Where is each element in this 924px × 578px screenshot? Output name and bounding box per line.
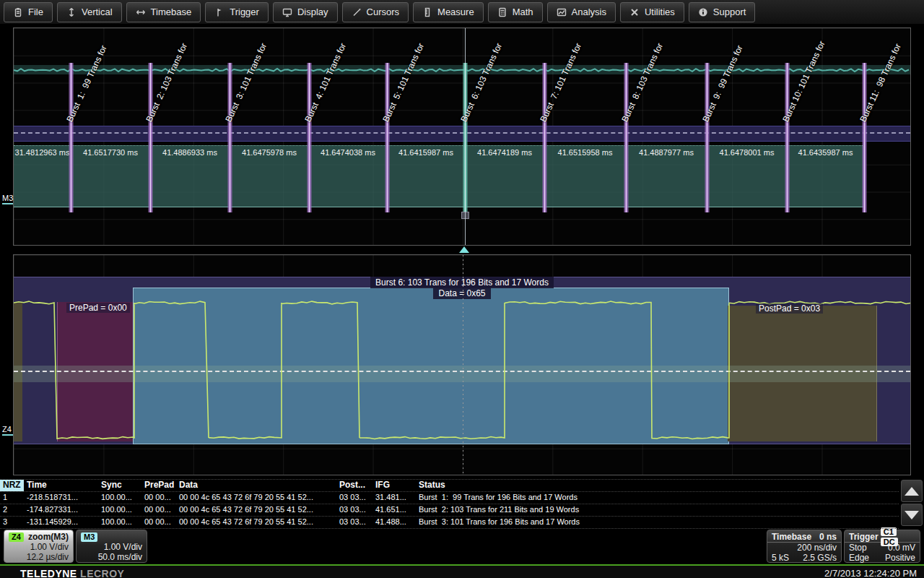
- prepad-label: PrePad = 0x00: [66, 303, 130, 313]
- table-row[interactable]: 2-174.827331...100.00...00 00...00 00 4c…: [0, 504, 899, 517]
- timebase-per-div: 200 ns/div: [797, 543, 837, 553]
- analysis-icon: [557, 7, 567, 17]
- timebase-offset: 0 ns: [819, 532, 837, 542]
- burst-title-label: Burst 6: 103 Trans for 196 Bits and 17 W…: [370, 277, 554, 288]
- burst-marker-2: [148, 63, 153, 212]
- z4-title: zoom(M3): [28, 532, 69, 542]
- trigger-level: 0.0 mV: [888, 543, 915, 553]
- down-arrow-icon: [905, 511, 919, 519]
- menu-display-button[interactable]: Display: [273, 2, 338, 22]
- brand-logo: TELEDYNE LECROY: [20, 568, 124, 578]
- z4-descriptor-box[interactable]: Z4 zoom(M3) 1.00 V/div 12.2 µs/div: [4, 530, 74, 563]
- burst-marker-5: [385, 63, 390, 212]
- menu-utilities-button[interactable]: Utilities: [620, 2, 684, 22]
- math-icon: [497, 7, 507, 17]
- z4-vdiv: 1.00 V/div: [30, 542, 69, 552]
- table-cell: 31.481...: [372, 492, 416, 504]
- menu-cursors-button[interactable]: Cursors: [342, 2, 409, 22]
- burst-marker-1: [69, 63, 74, 212]
- table-cell: 2: [0, 504, 24, 516]
- timebase-icon: [136, 7, 146, 17]
- table-cell: 00 00...: [141, 504, 176, 516]
- menu-bar: FileVerticalTimebaseTriggerDisplayCursor…: [0, 0, 924, 25]
- table-cell: -131.145929...: [24, 517, 98, 528]
- table-cell: 100.00...: [98, 492, 141, 504]
- menu-measure-button[interactable]: Measure: [413, 2, 484, 22]
- oscilloscope-screen: FileVerticalTimebaseTriggerDisplayCursor…: [0, 0, 924, 578]
- table-scroll-down-button[interactable]: [901, 504, 923, 526]
- menu-label: File: [28, 7, 43, 17]
- table-cell: 00 00...: [141, 492, 176, 504]
- menu-label: Support: [713, 7, 746, 17]
- column-header-post[interactable]: Post...: [336, 480, 372, 491]
- trigger-descriptor-box[interactable]: Trigger C1 DC Stop 0.0 mV Edge Positive: [844, 530, 920, 563]
- m3-trace-tag[interactable]: M3: [2, 194, 13, 204]
- column-header-nrz[interactable]: NRZ: [0, 480, 24, 491]
- timebase-title: Timebase: [772, 532, 811, 542]
- data-value-label: Data = 0x65: [433, 288, 490, 299]
- table-row[interactable]: 1-218.518731...100.00...00 00...00 00 4c…: [0, 492, 899, 504]
- burst-marker-8: [624, 63, 629, 212]
- z4-tdiv: 12.2 µs/div: [27, 552, 69, 562]
- column-header-prepad[interactable]: PrePad: [141, 480, 176, 491]
- table-header-row: NRZTimeSyncPrePadDataPost...IFGStatus: [0, 479, 899, 492]
- menu-label: Timebase: [151, 7, 192, 17]
- table-cell: 00 00...: [141, 517, 176, 528]
- datetime: 2/7/2013 12:24:20 PM: [824, 568, 917, 578]
- burst-marker-10: [785, 63, 790, 212]
- column-header-ifg[interactable]: IFG: [372, 480, 416, 491]
- menu-label: Utilities: [645, 7, 675, 17]
- cursors-icon: [352, 7, 362, 17]
- table-cell: 100.00...: [98, 517, 141, 528]
- menu-label: Analysis: [572, 7, 606, 17]
- column-header-sync[interactable]: Sync: [98, 480, 141, 491]
- trigger-type: Edge: [849, 553, 869, 563]
- trigger-title: Trigger: [849, 532, 879, 542]
- footer-bar: TELEDYNE LECROY 2/7/2013 12:24:20 PM: [0, 564, 924, 578]
- burst-marker-7: [542, 63, 547, 212]
- decode-table: NRZTimeSyncPrePadDataPost...IFGStatus1-2…: [0, 479, 899, 529]
- menu-label: Math: [513, 7, 533, 17]
- table-cell: Burst 1: 99 Trans for 196 Bits and 17 Wo…: [416, 492, 899, 504]
- m3-vdiv: 1.00 V/div: [104, 542, 142, 552]
- menu-label: Trigger: [230, 7, 259, 17]
- burst-marker-11: [862, 63, 867, 212]
- burst-marker-4: [307, 63, 312, 212]
- burst-marker-9: [705, 63, 710, 212]
- vertical-icon: [66, 7, 77, 17]
- table-cell: 03 03...: [336, 492, 372, 504]
- menu-timebase-button[interactable]: Timebase: [126, 2, 201, 22]
- z4-trace-tag[interactable]: Z4: [2, 425, 13, 436]
- table-cell: 00 00 4c 65 43 72 6f 79 20 55 41 52...: [176, 492, 336, 504]
- menu-support-button[interactable]: Support: [689, 2, 756, 22]
- time-cursor[interactable]: [465, 28, 466, 245]
- zoom-waveform-grid: Burst 6: 103 Trans for 196 Bits and 17 W…: [13, 254, 911, 475]
- cursor-marker-icon[interactable]: [459, 246, 469, 253]
- column-header-status[interactable]: Status: [416, 480, 899, 491]
- menu-label: Vertical: [82, 7, 113, 17]
- table-cell: 03 03...: [336, 504, 372, 516]
- main-waveform-grid: Burst 1: 99 Trans for31.4812963 msBurst …: [13, 27, 911, 246]
- timebase-samples: 5 kS: [772, 553, 789, 563]
- table-cell: 41.488...: [372, 517, 416, 528]
- menu-analysis-button[interactable]: Analysis: [547, 2, 616, 22]
- measure-icon: [422, 7, 432, 17]
- zoom-center-cursor[interactable]: [463, 255, 463, 475]
- table-cell: 00 00 4c 65 43 72 6f 79 20 55 41 52...: [176, 517, 336, 528]
- menu-trigger-button[interactable]: Trigger: [205, 2, 269, 22]
- burst-marker-3: [227, 63, 232, 212]
- m3-badge: M3: [81, 532, 97, 542]
- table-scroll-up-button[interactable]: [901, 480, 923, 502]
- support-icon: [698, 7, 708, 17]
- table-row[interactable]: 3-131.145929...100.00...00 00...00 00 4c…: [0, 517, 899, 529]
- menu-math-button[interactable]: Math: [488, 2, 543, 22]
- timebase-descriptor-box[interactable]: Timebase 0 ns 200 ns/div 5 kS 2.5 GS/s: [767, 530, 842, 563]
- table-cell: 3: [0, 517, 24, 528]
- column-header-data[interactable]: Data: [176, 480, 336, 491]
- column-header-time[interactable]: Time: [24, 480, 98, 491]
- menu-vertical-button[interactable]: Vertical: [57, 2, 122, 22]
- menu-file-button[interactable]: File: [4, 2, 53, 22]
- m3-descriptor-box[interactable]: M3 1.00 V/div 50.0 ms/div: [76, 530, 147, 563]
- table-cell: 100.00...: [98, 504, 141, 516]
- m3-tdiv: 50.0 ms/div: [98, 552, 142, 562]
